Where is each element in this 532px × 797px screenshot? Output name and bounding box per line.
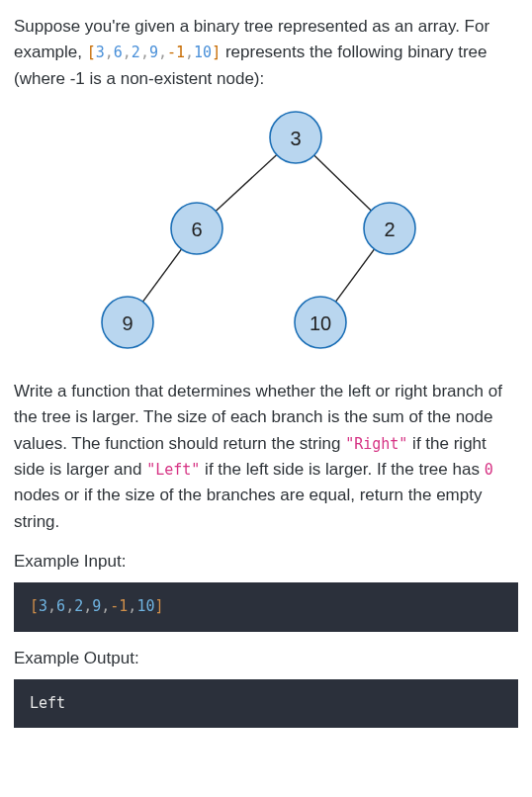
right-string-literal: "Right" (345, 435, 407, 453)
tree-node-label: 9 (122, 312, 133, 334)
tree-edge (216, 155, 277, 212)
tree-node-label: 6 (191, 219, 202, 240)
binary-tree-diagram: 362910 (14, 110, 518, 357)
example-output-label: Example Output: (14, 646, 518, 671)
tree-node: 3 (270, 112, 321, 163)
tree-edge (335, 249, 374, 302)
example-output-value: Left (30, 694, 65, 712)
left-string-literal: "Left" (146, 461, 200, 479)
tree-node: 10 (295, 297, 346, 348)
intro-array-inline: [3,6,2,9,-1,10] (87, 44, 221, 61)
tree-node: 6 (171, 203, 222, 254)
tree-edge (314, 155, 372, 211)
task-text-d: nodes or if the size of the branches are… (14, 486, 482, 530)
task-text-c: if the left side is larger. If the tree … (200, 460, 484, 479)
example-input-label: Example Input: (14, 549, 518, 575)
tree-node: 2 (364, 203, 415, 254)
example-input-codeblock: [3,6,2,9,-1,10] (14, 582, 518, 631)
tree-node-label: 2 (384, 219, 395, 240)
zero-literal: 0 (485, 461, 493, 479)
task-paragraph: Write a function that determines whether… (14, 379, 518, 535)
tree-node-label: 3 (290, 128, 301, 149)
tree-edge (142, 249, 181, 302)
tree-node-label: 10 (310, 312, 331, 334)
intro-paragraph: Suppose you're given a binary tree repre… (14, 14, 518, 92)
tree-node: 9 (102, 297, 153, 348)
tree-svg: 362910 (88, 110, 444, 357)
example-output-codeblock: Left (14, 679, 518, 728)
